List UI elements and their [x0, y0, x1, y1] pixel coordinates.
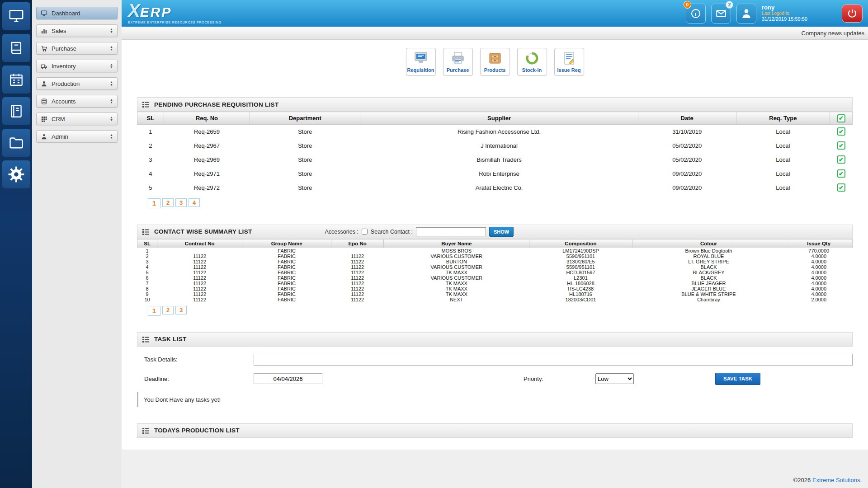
desktop-icon[interactable] [2, 2, 30, 30]
deadline-input[interactable] [254, 373, 322, 384]
table-cell: Req-2969 [164, 153, 250, 167]
check-icon[interactable]: ✔ [837, 114, 845, 122]
journal-icon[interactable] [2, 97, 30, 125]
sidebar-item-accounts[interactable]: Accounts ▲▼ [36, 95, 118, 108]
table-cell: HCD-801597 [529, 270, 632, 275]
table-cell: 9 [137, 291, 157, 297]
table-cell: 182003/CD01 [529, 297, 632, 302]
priority-select[interactable]: Low [595, 373, 634, 384]
sidebar-item-sales[interactable]: Sales ▲▼ [36, 24, 118, 37]
table-cell: VARIOUS CUSTOMER [384, 275, 529, 281]
sidebar-item-admin[interactable]: Admin ▲▼ [36, 130, 118, 143]
table-cell: 11122 [331, 286, 384, 291]
accessories-checkbox[interactable] [362, 229, 368, 235]
user-avatar-button[interactable] [736, 4, 756, 23]
sidebar-item-dashboard[interactable]: Dashboard [36, 7, 118, 19]
folder-icon[interactable] [2, 129, 30, 157]
logo-erp: ERP [140, 5, 172, 20]
table-row: 1FABRICMOSS BROSLM1724190DSPBrown Blue D… [137, 248, 853, 253]
logo-subtitle: EXTREME ENTERPRISE RESOURCES PROCESSING [128, 21, 222, 24]
main-menu-sidebar: Dashboard Sales ▲▼ Purchase ▲▼ Inventory… [32, 0, 122, 488]
page-button[interactable]: 4 [189, 198, 200, 207]
table-cell: 4 [137, 264, 157, 270]
section-title: TODAYS PRODUCTION LIST [154, 427, 240, 434]
table-row: 4Req-2971StoreRobi Enterprise09/02/2020L… [137, 167, 853, 181]
table-cell: Local [736, 139, 830, 153]
table-cell: J International [360, 139, 638, 153]
check-icon[interactable]: ✔ [837, 183, 845, 192]
table-cell: TK MAXX [384, 291, 529, 297]
column-header: Date [638, 112, 736, 125]
quicklink-products[interactable]: Products [480, 48, 510, 75]
table-cell: 11122 [331, 291, 384, 297]
check-icon[interactable]: ✔ [837, 155, 845, 164]
notifications-button[interactable]: 0 [686, 4, 706, 23]
table-row: 211122FABRIC11122VARIOUS CUSTOMER5590/95… [137, 253, 853, 259]
table-cell: BLACK/GREY [632, 270, 785, 275]
page-button[interactable]: 3 [175, 198, 187, 207]
sidebar-item-inventory[interactable]: Inventory ▲▼ [36, 60, 118, 72]
list-icon [142, 427, 149, 434]
page-button[interactable]: 2 [162, 306, 174, 314]
table-cell: 8 [137, 286, 157, 291]
calendar-icon[interactable] [2, 66, 30, 94]
table-cell: BLUE & WHITE STRIPE [632, 291, 785, 297]
quicklink-stockin[interactable]: Stock-in [517, 48, 547, 75]
header-row: SLReq. NoDepartmentSupplierDateReq. Type… [137, 112, 853, 125]
purchase-icon [450, 52, 466, 65]
table-cell: FABRIC [242, 259, 331, 264]
sidebar-item-purchase[interactable]: Purchase ▲▼ [36, 42, 118, 55]
page-button[interactable]: 1 [148, 198, 160, 208]
table-cell: Req-2967 [164, 139, 250, 153]
table-cell: 6 [137, 275, 157, 281]
column-header: Req. Type [736, 112, 830, 125]
check-icon[interactable]: ✔ [837, 141, 845, 150]
page-button[interactable]: 1 [148, 306, 160, 316]
quicklink-requisition[interactable]: Requisition [406, 48, 436, 75]
table-cell: FABRIC [242, 253, 331, 259]
table-cell: JEAGER BLUE [632, 286, 785, 291]
coins-icon [41, 98, 47, 105]
quicklink-purchase[interactable]: Purchase [443, 48, 473, 75]
sidebar-item-crm[interactable]: CRM ▲▼ [36, 113, 118, 125]
quick-links: Requisition Purchase Products Stock-in I… [137, 48, 853, 75]
check-icon[interactable]: ✔ [837, 169, 845, 178]
table-cell: 4.0000 [785, 291, 853, 297]
table-cell: BLUE JEAGER [632, 281, 785, 286]
table-cell: Local [736, 125, 830, 139]
column-header: Issue Qty [785, 239, 853, 248]
extreme-solutions-link[interactable]: Extreme Solutions. [812, 477, 862, 483]
page-button[interactable]: 3 [175, 306, 187, 314]
book-icon[interactable] [2, 34, 30, 62]
user-icon [741, 8, 752, 19]
table-cell: 11122 [157, 291, 242, 297]
mail-icon [715, 8, 727, 19]
gear-icon[interactable] [2, 160, 30, 188]
table-body: 1FABRICMOSS BROSLM1724190DSPBrown Blue D… [137, 248, 853, 302]
page: Dashboard Sales ▲▼ Purchase ▲▼ Inventory… [0, 0, 868, 488]
table-cell: 11122 [157, 286, 242, 291]
column-header: Contract No [157, 239, 242, 248]
deadline-label: Deadline: [137, 375, 254, 382]
cart-icon [41, 45, 47, 52]
task-details-input[interactable] [254, 354, 853, 366]
table-cell: 10 [137, 297, 157, 302]
quicklink-issuereq[interactable]: Issue Req [554, 48, 584, 75]
sidebar-item-production[interactable]: Production ▲▼ [36, 77, 118, 90]
save-task-button[interactable]: SAVE TASK [715, 373, 760, 385]
expand-chevrons-icon: ▲▼ [110, 81, 113, 86]
chart-icon [41, 28, 47, 34]
app-logo[interactable]: X ERP EXTREME ENTERPRISE RESOURCES PROCE… [128, 3, 222, 24]
logout-button[interactable] [842, 5, 863, 23]
copyright-text: ©2026 [793, 477, 812, 483]
table-cell: 11122 [331, 275, 384, 281]
table-cell: 2.0000 [785, 297, 853, 302]
monitor-icon [41, 10, 47, 17]
show-button[interactable]: SHOW [489, 227, 514, 237]
check-icon[interactable]: ✔ [837, 127, 845, 136]
page-button[interactable]: 2 [162, 198, 174, 207]
table-row: 5Req-2972StoreArafat Electric Co.09/02/2… [137, 181, 853, 195]
messages-button[interactable]: 2 [711, 4, 731, 23]
table-cell: Store [250, 153, 360, 167]
search-contact-input[interactable] [416, 227, 486, 236]
